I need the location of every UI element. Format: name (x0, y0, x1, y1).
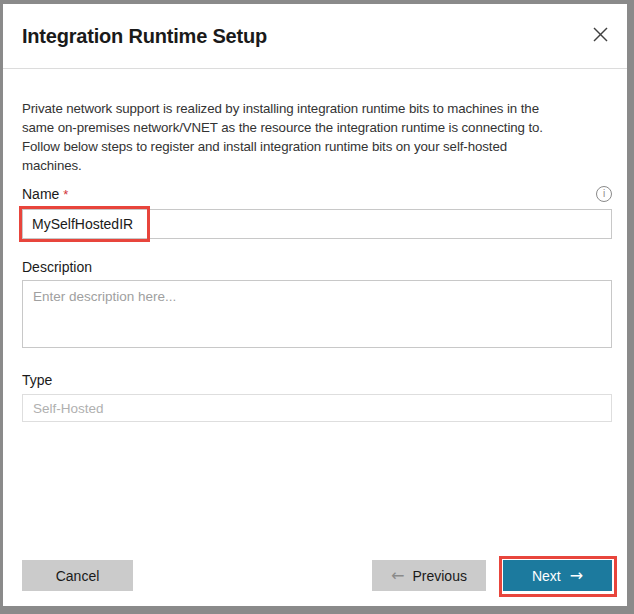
next-button[interactable]: Next → (503, 560, 612, 591)
dialog-footer: Cancel ← Previous Next → (22, 560, 612, 591)
next-button-wrap: Next → (503, 560, 612, 591)
intro-line: machines. (22, 156, 612, 175)
dialog-body: Private network support is realized by i… (3, 69, 627, 422)
close-icon (593, 27, 608, 45)
intro-line: Follow below steps to register and insta… (22, 137, 612, 156)
intro-line: Private network support is realized by i… (22, 99, 612, 118)
name-label: Name (22, 186, 59, 202)
intro-text: Private network support is realized by i… (22, 99, 612, 175)
cancel-button-label: Cancel (56, 568, 100, 584)
dialog-title: Integration Runtime Setup (22, 25, 267, 48)
type-input (22, 394, 612, 422)
previous-button-label: Previous (412, 568, 466, 584)
name-label-row: Name* i (22, 185, 612, 203)
screenshot-frame: Integration Runtime Setup Private networ… (0, 0, 634, 614)
name-label-group: Name* (22, 185, 68, 203)
description-label-row: Description (22, 258, 612, 276)
name-input-wrap (22, 209, 612, 239)
intro-line: same on-premises network/VNET as the res… (22, 118, 612, 137)
close-button[interactable] (588, 24, 612, 48)
integration-runtime-setup-dialog: Integration Runtime Setup Private networ… (3, 4, 627, 606)
next-button-label: Next (532, 568, 561, 584)
type-label-row: Type (22, 371, 612, 389)
description-label: Description (22, 259, 92, 275)
info-icon[interactable]: i (596, 186, 612, 202)
dialog-header: Integration Runtime Setup (3, 4, 627, 69)
description-textarea[interactable] (22, 280, 612, 348)
type-label: Type (22, 372, 52, 388)
cancel-button[interactable]: Cancel (22, 560, 133, 591)
name-input[interactable] (22, 209, 612, 239)
required-asterisk: * (63, 187, 68, 202)
previous-button[interactable]: ← Previous (372, 560, 486, 591)
arrow-right-icon: → (570, 568, 583, 584)
arrow-left-icon: ← (391, 568, 404, 584)
